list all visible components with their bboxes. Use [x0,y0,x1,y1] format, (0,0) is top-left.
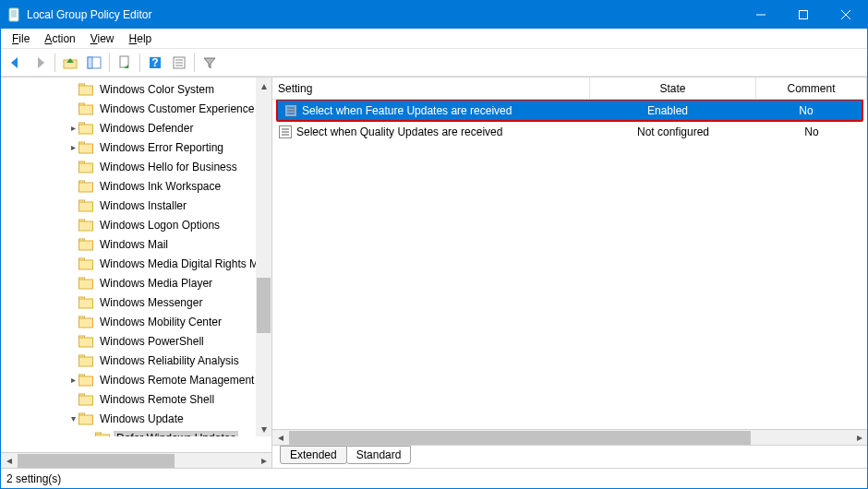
tree[interactable]: Windows Color SystemWindows Customer Exp… [1,78,271,436]
tree-item[interactable]: Windows Mail [1,234,271,254]
tree-item[interactable]: Windows Reliability Analysis [1,351,271,370]
tree-item[interactable]: Windows Customer Experience I [1,99,271,118]
svg-rect-52 [79,396,93,405]
svg-rect-11 [88,57,92,68]
scrollbar-thumb[interactable] [257,278,271,333]
tree-item[interactable]: ▸Windows Error Reporting [1,137,271,157]
tree-item-label: Windows Media Digital Rights M [97,256,261,271]
back-button[interactable] [5,52,27,74]
setting-state: Enabled [647,104,688,117]
tree-item[interactable]: Defer Windows Updates [1,428,271,436]
scroll-down-icon[interactable]: ▾ [261,421,267,436]
tab-extended[interactable]: Extended [280,446,347,464]
forward-button[interactable] [29,52,51,74]
svg-rect-26 [79,144,93,153]
scroll-up-icon[interactable]: ▴ [261,78,267,93]
setting-comment: No [799,104,813,117]
filter-button[interactable] [199,52,221,74]
folder-icon [78,374,93,387]
scrollbar-thumb[interactable] [18,454,175,468]
folder-icon [78,141,93,154]
tree-item[interactable]: ▸Windows Defender [1,118,271,137]
tree-horizontal-scrollbar[interactable]: ◂ ▸ [1,452,271,468]
tree-item[interactable]: Windows PowerShell [1,331,271,351]
folder-icon [78,277,93,290]
menu-action[interactable]: Action [37,30,82,47]
export-button[interactable] [114,52,136,74]
toolbar: ? [1,49,867,77]
up-folder-button[interactable] [59,52,81,74]
list-horizontal-scrollbar[interactable]: ◂ ▸ [272,429,867,445]
titlebar[interactable]: Local Group Policy Editor [1,1,867,29]
svg-rect-54 [79,415,93,424]
status-bar: 2 setting(s) [1,468,867,488]
column-header-setting[interactable]: Setting [272,78,590,99]
scroll-right-icon[interactable]: ▸ [851,431,867,444]
tree-item-label: Windows Defender [97,121,196,136]
menu-view[interactable]: View [83,30,122,47]
minimize-button[interactable] [740,1,782,29]
window-title: Local Group Policy Editor [27,8,740,21]
scroll-left-icon[interactable]: ◂ [1,454,17,467]
menu-file[interactable]: File [5,30,37,47]
properties-button[interactable] [168,52,190,74]
folder-icon [78,257,93,270]
tree-item-label: Windows Media Player [97,276,215,291]
details-pane: Setting State Comment Select when Featur… [272,78,867,468]
svg-rect-40 [79,280,93,289]
setting-row[interactable]: Select when Feature Updates are received… [278,101,862,120]
menu-action-rest: ction [52,32,75,45]
tree-wrap: Windows Color SystemWindows Customer Exp… [1,78,271,452]
column-header-state[interactable]: State [590,78,756,99]
tree-item[interactable]: Windows Color System [1,79,271,99]
tree-item[interactable]: Windows Messenger [1,292,271,312]
expand-icon[interactable]: ▸ [67,123,78,133]
tree-vertical-scrollbar[interactable]: ▴ ▾ [256,78,271,436]
scroll-left-icon[interactable]: ◂ [272,431,288,444]
svg-rect-36 [79,241,93,250]
tree-item[interactable]: Windows Installer [1,196,271,215]
tree-item[interactable]: Windows Ink Workspace [1,176,271,196]
folder-icon [78,335,93,348]
setting-row[interactable]: Select when Quality Updates are received… [272,122,867,141]
folder-icon [78,219,93,232]
folder-icon [78,316,93,328]
tree-item[interactable]: Windows Hello for Business [1,157,271,176]
menu-file-rest: ile [18,32,30,45]
expand-icon[interactable]: ▾ [67,413,78,423]
setting-name: Select when Quality Updates are received [296,125,502,138]
expand-icon[interactable]: ▸ [67,142,78,152]
scrollbar-thumb[interactable] [289,431,751,445]
close-button[interactable] [825,1,867,29]
tree-item-label: Windows Messenger [97,295,205,310]
folder-icon [95,432,110,437]
svg-rect-32 [79,202,93,211]
list-body[interactable]: Select when Feature Updates are received… [272,100,867,429]
tree-item[interactable]: Windows Logon Options [1,215,271,234]
help-button[interactable]: ? [144,52,166,74]
tree-item[interactable]: Windows Remote Shell [1,389,271,409]
scroll-right-icon[interactable]: ▸ [256,454,271,467]
list-headers: Setting State Comment [272,78,867,100]
folder-icon [78,102,93,115]
column-header-comment[interactable]: Comment [756,78,867,99]
svg-rect-22 [79,105,93,114]
tree-item[interactable]: Windows Media Digital Rights M [1,254,271,273]
menubar: File Action View Help [1,29,867,49]
svg-rect-46 [79,338,93,347]
tab-standard[interactable]: Standard [346,446,412,464]
tree-item[interactable]: ▾Windows Update [1,409,271,428]
tree-item[interactable]: ▸Windows Remote Management ( [1,370,271,389]
menu-help[interactable]: Help [122,30,160,47]
svg-rect-44 [79,318,93,328]
tree-item-label: Windows Error Reporting [97,140,226,155]
toolbar-separator-3 [139,54,140,72]
svg-rect-24 [79,125,93,134]
view-tabs: Extended Standard [272,446,867,468]
tree-item[interactable]: Windows Mobility Center [1,312,271,331]
tree-item[interactable]: Windows Media Player [1,273,271,292]
show-hide-tree-button[interactable] [83,52,105,74]
svg-rect-48 [79,357,93,366]
expand-icon[interactable]: ▸ [67,375,78,385]
maximize-button[interactable] [782,1,825,29]
